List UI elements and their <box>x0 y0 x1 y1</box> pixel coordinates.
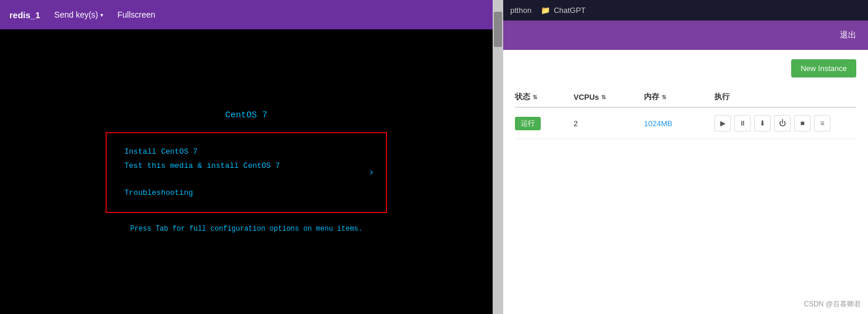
terminal-title: redis_1 <box>9 10 40 20</box>
table-header: 状态 ⇅ VCPUs ⇅ 内存 ⇅ 执行 <box>515 87 856 108</box>
col-header-vcpus: VCPUs ⇅ <box>574 93 644 102</box>
row-memory: 1024MB <box>644 119 714 128</box>
play-button[interactable]: ▶ <box>714 115 731 131</box>
status-badge: 运行 <box>515 117 541 130</box>
right-panel: ptthon 📁 ChatGPT 退出 New Instance 状态 ⇅ <box>503 0 868 314</box>
terminal-toolbar: redis_1 Send key(s) ▾ Fullscreen <box>0 0 493 29</box>
tab-ptthon[interactable]: ptthon <box>510 6 531 15</box>
terminal-panel: redis_1 Send key(s) ▾ Fullscreen CentOS … <box>0 0 493 314</box>
right-header: ptthon 📁 ChatGPT <box>503 0 868 21</box>
fullscreen-label: Fullscreen <box>117 10 155 19</box>
power-button[interactable]: ⏻ <box>774 115 791 131</box>
right-toolbar: 退出 <box>503 21 868 50</box>
menu-item-spacer <box>124 173 368 186</box>
menu-item-2: Test this media & install CentOS 7 <box>124 159 368 173</box>
terminal-content: CentOS 7 Install CentOS 7 Test this medi… <box>47 110 446 233</box>
stop-button[interactable]: ■ <box>794 115 811 131</box>
table-row: 运行 2 1024MB ▶ ⏸ ⬇ ⏻ ■ ≡ <box>515 108 856 139</box>
scrollbar[interactable] <box>493 0 503 314</box>
chatgpt-label: ChatGPT <box>554 6 585 15</box>
footer-credit: CSDN @百慕卿君 <box>803 299 861 309</box>
row-actions: ▶ ⏸ ⬇ ⏻ ■ ≡ <box>714 115 856 131</box>
col-header-status: 状态 ⇅ <box>515 92 574 102</box>
centos-title: CentOS 7 <box>47 110 446 120</box>
menu-arrow-icon: › <box>368 167 374 178</box>
row-vcpus: 2 <box>574 119 644 128</box>
exit-button[interactable]: 退出 <box>840 30 856 40</box>
download-button[interactable]: ⬇ <box>754 115 771 131</box>
sort-icon-vcpus[interactable]: ⇅ <box>601 94 606 100</box>
exit-label: 退出 <box>840 30 856 39</box>
sort-icon-memory[interactable]: ⇅ <box>662 94 666 100</box>
pause-button[interactable]: ⏸ <box>734 115 751 131</box>
folder-icon: 📁 <box>541 6 550 15</box>
chevron-down-icon: ▾ <box>100 12 103 18</box>
right-wrapper: ptthon 📁 ChatGPT 退出 New Instance 状态 ⇅ <box>503 0 868 314</box>
menu-item-3: Troubleshooting <box>124 186 368 200</box>
boot-menu-box: Install CentOS 7 Test this media & insta… <box>106 132 387 213</box>
col-header-memory: 内存 ⇅ <box>644 92 714 102</box>
terminal-hint: Press Tab for full configuration options… <box>47 225 446 233</box>
right-body: New Instance 状态 ⇅ VCPUs ⇅ 内存 ⇅ 执行 <box>503 50 868 314</box>
new-instance-label: New Instance <box>801 64 847 73</box>
col-header-exec: 执行 <box>714 92 856 102</box>
new-instance-row: New Instance <box>515 59 856 77</box>
fullscreen-button[interactable]: Fullscreen <box>117 10 155 19</box>
send-keys-button[interactable]: Send key(s) ▾ <box>55 10 104 19</box>
ptthon-label: ptthon <box>510 6 531 15</box>
tab-chatgpt[interactable]: 📁 ChatGPT <box>541 6 585 15</box>
menu-button[interactable]: ≡ <box>814 115 830 131</box>
new-instance-button[interactable]: New Instance <box>791 59 856 77</box>
sort-icon-status[interactable]: ⇅ <box>533 94 537 100</box>
row-status: 运行 <box>515 117 574 130</box>
menu-item-1: Install CentOS 7 <box>124 145 368 158</box>
terminal-body[interactable]: CentOS 7 Install CentOS 7 Test this medi… <box>0 29 493 314</box>
scroll-thumb[interactable] <box>494 12 502 47</box>
send-keys-label: Send key(s) <box>55 10 99 19</box>
